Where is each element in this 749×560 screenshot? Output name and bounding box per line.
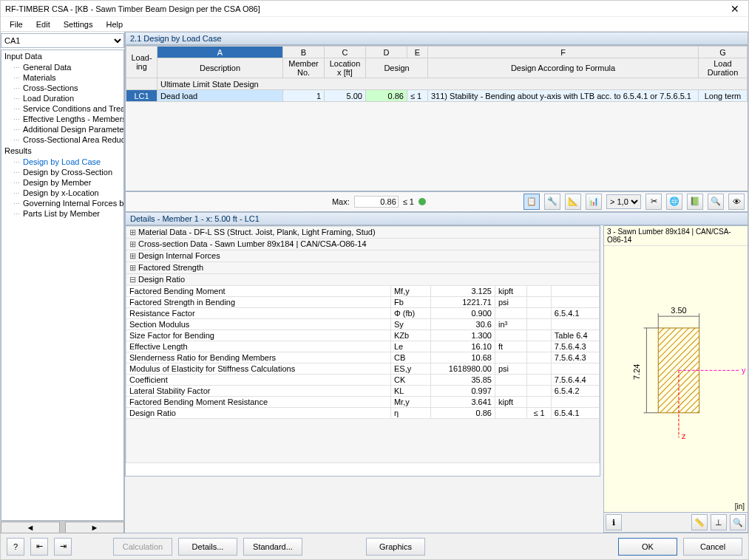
col-description[interactable]: Description — [157, 58, 283, 78]
det-name: Design Ratio — [126, 407, 391, 418]
det-unit — [495, 374, 526, 385]
detail-row[interactable]: Modulus of Elasticity for Stiffness Calc… — [126, 363, 600, 374]
cancel-button[interactable]: Cancel — [683, 538, 742, 556]
col-letter-g[interactable]: G — [699, 47, 748, 58]
next-module-icon[interactable]: ⇥ — [54, 538, 72, 556]
nav-item[interactable]: Cross-Sections — [12, 83, 123, 93]
col-letter-c[interactable]: C — [325, 47, 366, 58]
menu-edit[interactable]: Edit — [30, 18, 56, 30]
extended-view-icon[interactable]: 🔍 — [730, 514, 746, 530]
detail-row[interactable]: Design Ratioη0.86≤ 16.5.4.1 — [126, 407, 600, 418]
det-ref — [551, 285, 599, 296]
col-location[interactable]: Location x [ft] — [325, 58, 366, 78]
scroll-right-icon[interactable]: ► — [65, 522, 124, 533]
nav-item[interactable]: Load Duration — [12, 93, 123, 103]
graphics-button[interactable]: Graphics — [366, 538, 425, 556]
tool-icon-4[interactable]: 🔍 — [708, 194, 724, 210]
col-formula[interactable]: Design According to Formula — [428, 58, 699, 78]
det-le — [527, 363, 552, 374]
ok-button[interactable]: OK — [618, 538, 677, 556]
cell-loc[interactable]: 5.00 — [325, 90, 366, 102]
case-selector[interactable]: CA1 — [1, 34, 123, 47]
nav-item[interactable]: Effective Lengths - Members — [12, 114, 123, 124]
detail-row[interactable]: Factored Strength in BendingFb1221.71psi — [126, 296, 600, 307]
det-section[interactable]: Cross-section Data - Sawn Lumber 89x184 … — [126, 238, 600, 250]
cell-formula[interactable]: 311) Stability - Bending about y-axis wi… — [428, 90, 699, 102]
col-design[interactable]: Design — [366, 58, 428, 78]
max-value-input[interactable] — [354, 196, 399, 208]
det-strength[interactable]: Factored Strength — [126, 262, 600, 273]
detail-row[interactable]: Factored Bending MomentMf,y3.125kipft — [126, 285, 600, 296]
nav-item-active[interactable]: Design by Load Case — [12, 157, 123, 167]
det-material[interactable]: Material Data - DF-L SS (Struct. Joist, … — [126, 226, 600, 238]
detail-row[interactable]: Resistance FactorΦ (fb)0.9006.5.4.1 — [126, 307, 600, 318]
det-ref — [551, 396, 599, 407]
section-values-icon[interactable]: 📏 — [691, 514, 708, 530]
nav-item[interactable]: General Data — [12, 62, 123, 72]
nav-scrollbar[interactable]: ◄ ► — [1, 521, 124, 533]
table-row[interactable]: LC1 Dead load 1 5.00 0.86 ≤ 1 311) Stabi… — [126, 90, 748, 102]
det-ratio-head[interactable]: Design Ratio — [126, 273, 600, 285]
nav-item[interactable]: Governing Internal Forces by M — [12, 198, 123, 208]
nav-item[interactable]: Materials — [12, 72, 123, 83]
det-forces[interactable]: Design Internal Forces — [126, 250, 600, 262]
col-duration[interactable]: Load Duration — [699, 58, 748, 78]
menu-settings[interactable]: Settings — [58, 18, 99, 30]
menu-file[interactable]: File — [4, 18, 29, 30]
view-icon[interactable]: 👁 — [728, 194, 745, 210]
scroll-thumb[interactable] — [60, 522, 65, 533]
col-letter-f[interactable]: F — [428, 47, 699, 58]
nav-item[interactable]: Design by Member — [12, 177, 123, 188]
det-symbol: Mr,y — [390, 396, 430, 407]
col-letter-a[interactable]: A — [157, 47, 283, 58]
detail-row[interactable]: Size Factor for BendingKZb1.300Table 6.4 — [126, 329, 600, 341]
results-grid[interactable]: Load- ing A B C D E F G Description Memb… — [125, 45, 748, 191]
filter-icon-4[interactable]: 📊 — [586, 194, 602, 210]
tool-icon-1[interactable]: ✂ — [645, 194, 662, 210]
cell-lc[interactable]: LC1 — [126, 90, 157, 102]
cell-desc[interactable]: Dead load — [157, 90, 283, 102]
cell-duration[interactable]: Long term — [699, 90, 748, 102]
details-grid[interactable]: Material Data - DF-L SS (Struct. Joist, … — [125, 225, 600, 477]
scroll-left-icon[interactable]: ◄ — [1, 522, 60, 533]
detail-row[interactable]: CoefficientCK35.857.5.6.4.4 — [126, 374, 600, 385]
filter-ratio-icon[interactable]: 📋 — [523, 194, 540, 210]
detail-row[interactable]: Slenderness Ratio for Bending MembersCB1… — [126, 352, 600, 363]
det-name: Section Modulus — [126, 318, 391, 329]
ratio-range-select[interactable]: > 1,0 — [606, 194, 641, 209]
nav-item[interactable]: Design by x-Location — [12, 188, 123, 198]
details-button[interactable]: Details... — [178, 538, 237, 556]
nav-item[interactable]: Design by Cross-Section — [12, 167, 123, 177]
standard-button[interactable]: Standard... — [243, 538, 302, 556]
preview-canvas[interactable]: 3.50 7.24 y z [in] — [604, 246, 748, 513]
filter-icon-3[interactable]: 📐 — [565, 194, 581, 210]
menu-help[interactable]: Help — [100, 18, 129, 30]
info-icon[interactable]: ℹ — [606, 514, 622, 530]
col-letter-d[interactable]: D — [366, 47, 407, 58]
export-excel-icon[interactable]: 📗 — [687, 194, 703, 210]
detail-row[interactable]: Lateral Stability FactorKL0.9976.5.4.2 — [126, 385, 600, 396]
nav-tree[interactable]: Input Data General Data Materials Cross-… — [1, 49, 124, 521]
filter-icon-2[interactable]: 🔧 — [544, 194, 560, 210]
detail-row[interactable]: Effective LengthLe16.10ft7.5.6.4.3 — [126, 341, 600, 352]
close-icon[interactable]: ✕ — [726, 3, 744, 15]
col-letter-e[interactable]: E — [407, 47, 428, 58]
cell-design[interactable]: 0.86 — [366, 90, 407, 102]
col-letter-b[interactable]: B — [283, 47, 325, 58]
help-icon[interactable]: ? — [7, 538, 24, 556]
detail-row[interactable]: Section ModulusSy30.6in³ — [126, 318, 600, 329]
det-le — [527, 329, 552, 341]
tool-icon-2[interactable]: 🌐 — [666, 194, 682, 210]
det-ref: 7.5.6.4.3 — [551, 341, 599, 352]
stress-icon[interactable]: ⊥ — [711, 514, 727, 530]
cell-member[interactable]: 1 — [283, 90, 325, 102]
nav-item[interactable]: Service Conditions and Treatm — [12, 103, 123, 114]
detail-row[interactable]: Factored Bending Moment ResistanceMr,y3.… — [126, 396, 600, 407]
nav-item[interactable]: Parts List by Member — [12, 208, 123, 219]
col-loading[interactable]: Load- ing — [126, 47, 157, 78]
nav-item[interactable]: Additional Design Parameters — [12, 124, 123, 134]
calculation-button[interactable]: Calculation — [113, 538, 172, 556]
col-memberno[interactable]: Member No. — [283, 58, 325, 78]
prev-module-icon[interactable]: ⇤ — [30, 538, 48, 556]
nav-item[interactable]: Cross-Sectional Area Reduction — [12, 134, 123, 145]
